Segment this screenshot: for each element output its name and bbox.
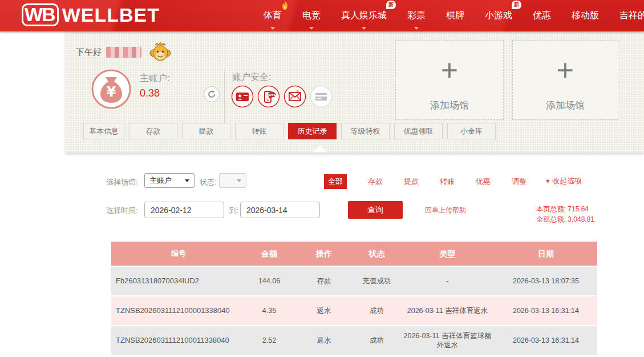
- nav-item-live-casino[interactable]: 真人娱乐城 新: [341, 10, 387, 22]
- add-venue-label: 添加场馆: [513, 99, 618, 112]
- sms-phone-icon[interactable]: SMS: [257, 85, 280, 108]
- chevron-down-icon: [414, 27, 419, 30]
- chevron-down-icon: [270, 27, 275, 30]
- header-date: 日期: [495, 242, 597, 266]
- bank-card-icon[interactable]: [310, 85, 333, 108]
- table-row: TZNSB2026031112100001338040 4.35 返水 成功 2…: [111, 296, 597, 325]
- svg-text:SMS: SMS: [268, 93, 276, 97]
- to-label: 到:: [229, 206, 239, 216]
- chevron-down-icon: [237, 179, 241, 182]
- refresh-balance-button[interactable]: [204, 86, 220, 102]
- nav-menu: 体育 电竞 真人娱乐城 新 彩票 棋牌: [264, 0, 644, 31]
- transaction-type-filters: 全部 存款 提款 转账 优惠 调整: [324, 174, 526, 189]
- hot-flame-icon: [281, 1, 289, 10]
- wellbet-logo[interactable]: WB WELLBET: [22, 3, 160, 26]
- logo-text: WELLBET: [62, 4, 160, 26]
- venue-select-label: 选择场馆:: [106, 177, 138, 187]
- refresh-icon: [207, 90, 216, 99]
- main-account-balance: 0.38: [140, 87, 160, 99]
- table-header-row: 编号 金额 操作 状态 类型 日期: [111, 242, 597, 266]
- header-status: 状态: [353, 242, 400, 266]
- nav-item-esports[interactable]: 电竞: [302, 10, 321, 22]
- svg-text:¥: ¥: [107, 84, 116, 100]
- nav-item-mobile[interactable]: 移动版: [572, 10, 599, 22]
- new-badge: 新: [386, 1, 396, 9]
- filter-promo[interactable]: 优惠: [476, 177, 491, 187]
- nav-item-lottery[interactable]: 彩票: [407, 10, 426, 22]
- main-account-label: 主账户:: [140, 73, 169, 85]
- tab-basic-info[interactable]: 基本信息: [83, 123, 124, 139]
- header-amount: 金额: [244, 242, 295, 266]
- tab-promo-claim[interactable]: 优惠领取: [394, 123, 443, 139]
- tab-withdraw[interactable]: 提款: [182, 123, 230, 139]
- status-select[interactable]: [219, 173, 246, 188]
- divider: [224, 70, 225, 126]
- page: WB WELLBET 体育 电竞 真人娱乐城 新 彩票: [0, 0, 644, 357]
- filter-all[interactable]: 全部: [324, 174, 347, 189]
- top-nav: WB WELLBET 体育 电竞 真人娱乐城 新 彩票: [0, 0, 644, 31]
- id-card-icon[interactable]: [231, 85, 254, 108]
- active-tab-pointer: [312, 145, 328, 153]
- logo-mark-icon: WB: [22, 3, 59, 26]
- chevron-down-icon: [185, 179, 189, 182]
- nav-item-mini-games[interactable]: 小游戏 新: [485, 10, 512, 22]
- add-venue-label: 添加场馆: [396, 99, 503, 112]
- nav-item-promotions[interactable]: 优惠: [533, 10, 551, 22]
- date-to-input[interactable]: [240, 202, 320, 218]
- divider: [339, 70, 339, 126]
- history-table: 编号 金额 操作 状态 类型 日期 Fb26031318070034IUD2 1…: [111, 242, 597, 356]
- time-select-label: 选择时间:: [106, 206, 138, 216]
- query-button[interactable]: 查询: [348, 201, 403, 219]
- grand-total-value: 3,048.81: [568, 215, 594, 223]
- add-venue-card[interactable]: + 添加场馆: [395, 40, 504, 120]
- venue-select-value: 主账户: [149, 175, 172, 186]
- plus-icon: +: [396, 55, 503, 85]
- table-row: TZNSB2026031112100011338040 2.52 返水 成功 2…: [111, 326, 597, 355]
- filter-deposit[interactable]: 存款: [368, 177, 383, 187]
- money-bag-icon: ¥: [91, 69, 131, 109]
- triangle-down-icon: ▼: [545, 178, 551, 184]
- plus-icon: +: [513, 55, 618, 85]
- svg-text:@: @: [295, 89, 299, 94]
- date-from-input[interactable]: [144, 202, 224, 218]
- header-id: 编号: [111, 242, 244, 266]
- account-panel: 下午好 ¥: [66, 31, 644, 153]
- tab-transfer[interactable]: 转账: [235, 123, 283, 139]
- greeting-text: 下午好: [76, 47, 102, 58]
- filter-withdraw[interactable]: 提款: [404, 177, 419, 187]
- email-icon[interactable]: @: [283, 85, 306, 108]
- page-total-value: 715.64: [568, 205, 589, 213]
- monkey-avatar: [149, 42, 171, 62]
- security-icons: SMS @: [231, 85, 333, 108]
- grand-total: 全部总额: 3,048.81: [537, 214, 594, 224]
- account-tabs: 基本信息 存款 提款 转账 历史记录 等级特权 优惠领取 小金库: [83, 123, 496, 139]
- tab-history[interactable]: 历史记录: [288, 123, 337, 139]
- page-total: 本页总额: 715.64: [537, 204, 594, 214]
- account-security-label: 账户安全:: [232, 71, 271, 83]
- tab-vault[interactable]: 小金库: [447, 123, 496, 139]
- header-operation: 操作: [295, 242, 353, 266]
- chevron-down-icon: [309, 27, 314, 30]
- username-blurred: [106, 47, 141, 58]
- nav-item-sports[interactable]: 体育: [264, 10, 282, 22]
- chevron-down-icon: [362, 27, 366, 30]
- tab-deposit[interactable]: 存款: [129, 123, 177, 139]
- new-badge: 新: [512, 1, 521, 9]
- filter-transfer[interactable]: 转账: [440, 177, 455, 187]
- add-venue-card[interactable]: + 添加场馆: [512, 40, 618, 120]
- table-row: Fb26031318070034IUD2 144.06 存款 充值成功 - 20…: [111, 267, 597, 295]
- filter-adjustment[interactable]: 调整: [512, 177, 526, 187]
- header-type: 类型: [400, 242, 495, 266]
- venue-select[interactable]: 主账户: [144, 173, 195, 188]
- receipt-upload-help-link[interactable]: 回单上传帮助: [425, 206, 466, 215]
- nav-item-jixiang[interactable]: 吉祥的: [619, 10, 644, 22]
- totals: 本页总额: 715.64 全部总额: 3,048.81: [537, 204, 594, 224]
- tab-level-privileges[interactable]: 等级特权: [341, 123, 390, 139]
- nav-item-board-games[interactable]: 棋牌: [446, 10, 464, 22]
- status-select-label: 状态:: [200, 177, 217, 187]
- greeting: 下午好: [76, 42, 171, 62]
- collapse-options-button[interactable]: ▼收起选项: [545, 176, 582, 186]
